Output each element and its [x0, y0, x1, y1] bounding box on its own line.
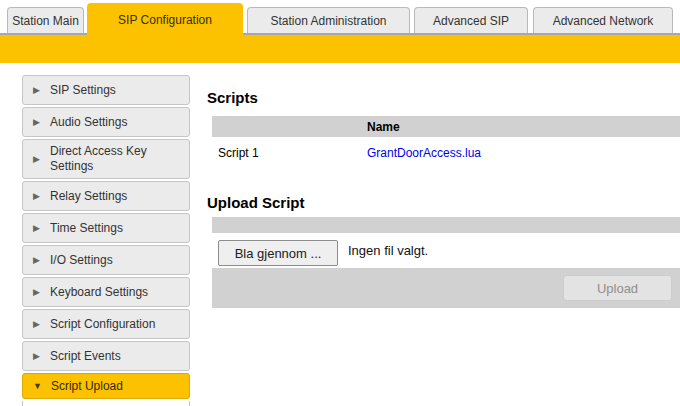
- accent-band: [0, 33, 680, 63]
- sidebar-item-label: Script Events: [50, 349, 121, 364]
- chevron-right-icon: ▶: [33, 288, 41, 297]
- sidebar-item-relay-settings[interactable]: ▶ Relay Settings: [22, 181, 190, 211]
- sidebar-item-direct-access-key-settings[interactable]: ▶ Direct Access Key Settings: [22, 139, 190, 179]
- chevron-right-icon: ▶: [33, 155, 41, 164]
- station-config-page: Station Main SIP Configuration Station A…: [0, 0, 680, 406]
- script-slot-label: Script 1: [218, 146, 367, 160]
- chevron-right-icon: ▶: [33, 192, 41, 201]
- chevron-right-icon: ▶: [33, 256, 41, 265]
- sidebar-item-label: Direct Access Key Settings: [50, 144, 183, 174]
- scripts-heading: Scripts: [207, 89, 258, 106]
- sidebar-item-keyboard-settings[interactable]: ▶ Keyboard Settings: [22, 277, 190, 307]
- tab-station-main[interactable]: Station Main: [7, 7, 84, 33]
- sidebar-item-label: Relay Settings: [50, 189, 127, 204]
- upload-table-header: [212, 217, 680, 233]
- sidebar-item-label: SIP Settings: [50, 83, 116, 98]
- sidebar-item-script-events[interactable]: ▶ Script Events: [22, 341, 190, 371]
- sidebar-item-label: I/O Settings: [50, 253, 113, 268]
- no-file-selected-text: Ingen fil valgt.: [348, 233, 428, 268]
- upload-footer-bar: Upload: [212, 268, 680, 308]
- tab-advanced-sip[interactable]: Advanced SIP: [414, 7, 528, 33]
- sidebar-expanded-panel: [22, 401, 190, 406]
- sidebar-item-time-settings[interactable]: ▶ Time Settings: [22, 213, 190, 243]
- browse-button[interactable]: Bla gjennom ...: [218, 240, 338, 266]
- sidebar-item-script-upload[interactable]: ▼ Script Upload: [22, 373, 190, 399]
- sidebar-item-audio-settings[interactable]: ▶ Audio Settings: [22, 107, 190, 137]
- tab-sip-configuration[interactable]: SIP Configuration: [87, 3, 243, 37]
- name-column-header: Name: [367, 120, 400, 134]
- sidebar-item-sip-settings[interactable]: ▶ SIP Settings: [22, 75, 190, 105]
- sidebar-item-label: Script Upload: [51, 379, 123, 394]
- upload-script-heading: Upload Script: [207, 194, 305, 211]
- sidebar-item-label: Keyboard Settings: [50, 285, 148, 300]
- chevron-right-icon: ▶: [33, 224, 41, 233]
- sidebar-item-script-configuration[interactable]: ▶ Script Configuration: [22, 309, 190, 339]
- chevron-right-icon: ▶: [33, 352, 41, 361]
- upload-button[interactable]: Upload: [563, 275, 672, 301]
- sidebar-item-label: Time Settings: [50, 221, 123, 236]
- script-file-link[interactable]: GrantDoorAccess.lua: [367, 146, 481, 160]
- tab-station-administration[interactable]: Station Administration: [247, 7, 410, 33]
- file-input-row: Bla gjennom ... Ingen fil valgt.: [212, 233, 680, 268]
- table-row: Script 1 GrantDoorAccess.lua: [212, 139, 680, 167]
- chevron-right-icon: ▶: [33, 320, 41, 329]
- scripts-table-header: Name: [212, 116, 680, 137]
- chevron-right-icon: ▶: [33, 86, 41, 95]
- chevron-down-icon: ▼: [33, 382, 42, 391]
- tab-advanced-network[interactable]: Advanced Network: [533, 7, 673, 33]
- chevron-right-icon: ▶: [33, 118, 41, 127]
- sidebar-item-label: Audio Settings: [50, 115, 127, 130]
- sidebar-nav: ▶ SIP Settings ▶ Audio Settings ▶ Direct…: [22, 75, 190, 406]
- sidebar-item-label: Script Configuration: [50, 317, 155, 332]
- sidebar-item-io-settings[interactable]: ▶ I/O Settings: [22, 245, 190, 275]
